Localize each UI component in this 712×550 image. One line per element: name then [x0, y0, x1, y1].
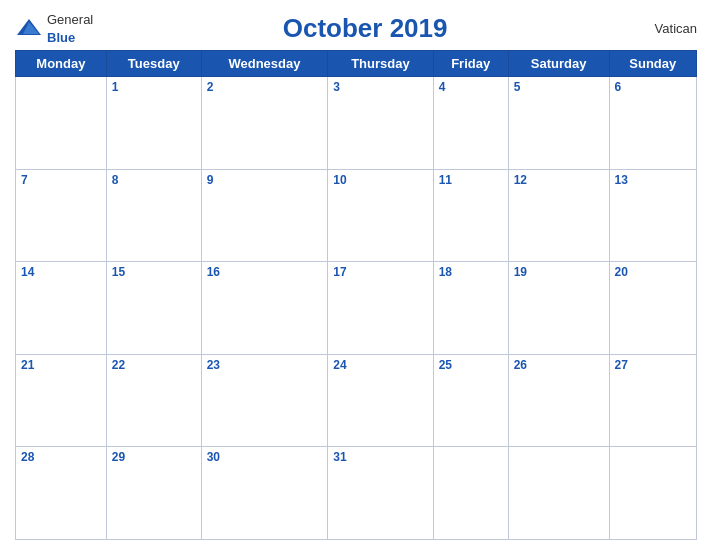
calendar-cell: 9: [201, 169, 328, 262]
day-number: 8: [112, 173, 119, 187]
calendar-cell: [433, 447, 508, 540]
day-number: 16: [207, 265, 220, 279]
calendar-cell: 18: [433, 262, 508, 355]
calendar-table: Monday Tuesday Wednesday Thursday Friday…: [15, 50, 697, 540]
logo-bird-icon: [15, 17, 43, 39]
calendar-cell: 15: [106, 262, 201, 355]
day-number: 21: [21, 358, 34, 372]
day-number: 31: [333, 450, 346, 464]
logo: General Blue: [15, 10, 93, 46]
header-tuesday: Tuesday: [106, 51, 201, 77]
calendar-cell: 10: [328, 169, 433, 262]
day-number: 2: [207, 80, 214, 94]
calendar-cell: 2: [201, 77, 328, 170]
calendar-cell: 20: [609, 262, 696, 355]
logo-general-text: General: [47, 12, 93, 27]
calendar-week-row: 123456: [16, 77, 697, 170]
day-number: 27: [615, 358, 628, 372]
day-number: 24: [333, 358, 346, 372]
calendar-cell: 7: [16, 169, 107, 262]
day-number: 29: [112, 450, 125, 464]
header-sunday: Sunday: [609, 51, 696, 77]
day-number: 11: [439, 173, 452, 187]
day-headers-row: Monday Tuesday Wednesday Thursday Friday…: [16, 51, 697, 77]
calendar-cell: 6: [609, 77, 696, 170]
calendar-week-row: 28293031: [16, 447, 697, 540]
day-number: 3: [333, 80, 340, 94]
day-number: 13: [615, 173, 628, 187]
header-thursday: Thursday: [328, 51, 433, 77]
calendar-cell: 21: [16, 354, 107, 447]
calendar-cell: 14: [16, 262, 107, 355]
calendar-cell: 16: [201, 262, 328, 355]
day-number: 20: [615, 265, 628, 279]
day-number: 9: [207, 173, 214, 187]
calendar-cell: 1: [106, 77, 201, 170]
calendar-cell: 29: [106, 447, 201, 540]
header-monday: Monday: [16, 51, 107, 77]
day-number: 14: [21, 265, 34, 279]
country-label: Vatican: [637, 21, 697, 36]
day-number: 4: [439, 80, 446, 94]
day-number: 18: [439, 265, 452, 279]
calendar-cell: 13: [609, 169, 696, 262]
day-number: 30: [207, 450, 220, 464]
calendar-cell: 23: [201, 354, 328, 447]
day-number: 1: [112, 80, 119, 94]
day-number: 23: [207, 358, 220, 372]
day-number: 19: [514, 265, 527, 279]
calendar-cell: [508, 447, 609, 540]
day-number: 7: [21, 173, 28, 187]
calendar-cell: 17: [328, 262, 433, 355]
calendar-cell: 8: [106, 169, 201, 262]
calendar-cell: 4: [433, 77, 508, 170]
day-number: 17: [333, 265, 346, 279]
calendar-cell: 28: [16, 447, 107, 540]
calendar-cell: 5: [508, 77, 609, 170]
header-wednesday: Wednesday: [201, 51, 328, 77]
header-friday: Friday: [433, 51, 508, 77]
calendar-cell: 12: [508, 169, 609, 262]
calendar-week-row: 21222324252627: [16, 354, 697, 447]
calendar-week-row: 14151617181920: [16, 262, 697, 355]
calendar-cell: 25: [433, 354, 508, 447]
calendar-cell: 11: [433, 169, 508, 262]
calendar-cell: 31: [328, 447, 433, 540]
calendar-cell: 27: [609, 354, 696, 447]
calendar-cell: 19: [508, 262, 609, 355]
calendar-cell: 26: [508, 354, 609, 447]
day-number: 15: [112, 265, 125, 279]
month-title: October 2019: [93, 13, 637, 44]
calendar-cell: [16, 77, 107, 170]
day-number: 10: [333, 173, 346, 187]
calendar-cell: [609, 447, 696, 540]
day-number: 12: [514, 173, 527, 187]
day-number: 5: [514, 80, 521, 94]
calendar-cell: 22: [106, 354, 201, 447]
day-number: 28: [21, 450, 34, 464]
logo-blue-text: Blue: [47, 30, 75, 45]
day-number: 25: [439, 358, 452, 372]
calendar-week-row: 78910111213: [16, 169, 697, 262]
calendar-cell: 30: [201, 447, 328, 540]
day-number: 26: [514, 358, 527, 372]
header: General Blue October 2019 Vatican: [15, 10, 697, 46]
day-number: 22: [112, 358, 125, 372]
header-saturday: Saturday: [508, 51, 609, 77]
calendar-cell: 24: [328, 354, 433, 447]
calendar-cell: 3: [328, 77, 433, 170]
day-number: 6: [615, 80, 622, 94]
